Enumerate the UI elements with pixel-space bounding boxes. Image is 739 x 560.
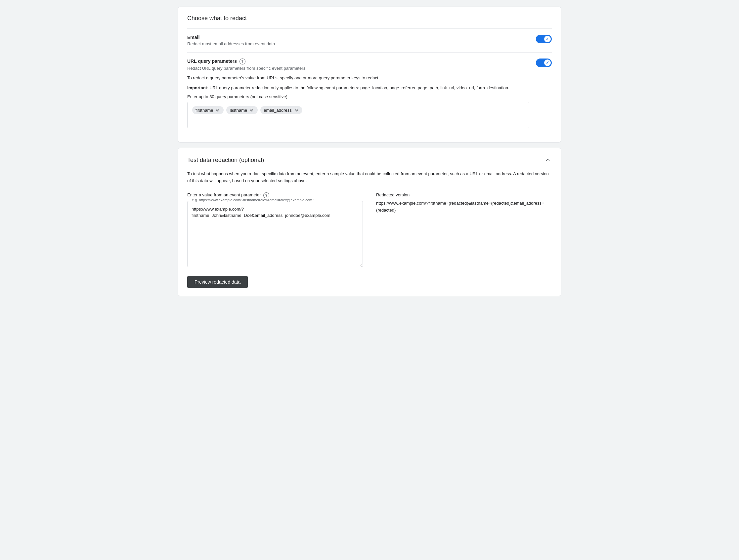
url-important-bold: Important — [187, 85, 207, 90]
url-toggle[interactable]: ✓ — [536, 58, 552, 67]
tag-email-address-label: email_address — [264, 108, 292, 113]
url-toggle-wrapper: ✓ — [529, 58, 552, 67]
url-section-left: URL query parameters ? Redact URL query … — [187, 58, 529, 128]
url-label-text: URL query parameters — [187, 58, 237, 64]
test-description: To test what happens when you redact spe… — [187, 171, 552, 184]
page-container: Choose what to redact Email Redact most … — [178, 7, 561, 296]
test-columns: Enter a value from an event parameter ? … — [187, 192, 552, 268]
email-description: Redact most email addresses from event d… — [187, 41, 529, 46]
url-important-text: Important: URL query parameter redaction… — [187, 84, 529, 91]
url-description: Redact URL query parameters from specifi… — [187, 66, 529, 71]
tag-lastname-close[interactable]: ⊗ — [249, 108, 254, 113]
url-toggle-check: ✓ — [546, 60, 549, 65]
input-column-label: Enter a value from an event parameter ? — [187, 192, 363, 198]
tag-lastname-label: lastname — [230, 108, 247, 113]
test-redaction-card: Test data redaction (optional) To test w… — [178, 148, 561, 296]
tag-email-address-close[interactable]: ⊗ — [294, 108, 299, 113]
email-toggle-check: ✓ — [546, 37, 549, 41]
query-label: Enter up to 30 query parameters (not cas… — [187, 94, 529, 99]
card2-title: Test data redaction (optional) — [187, 157, 264, 164]
url-important-detail: : URL query parameter redaction only app… — [207, 85, 509, 90]
url-info-text: To redact a query parameter's value from… — [187, 75, 529, 81]
field-placeholder-label: e.g. https://www.example.com/?firstname=… — [190, 198, 316, 202]
email-toggle-track: ✓ — [536, 35, 552, 43]
email-toggle[interactable]: ✓ — [536, 35, 552, 43]
input-label-text: Enter a value from an event parameter — [187, 192, 261, 197]
email-toggle-wrapper: ✓ — [529, 35, 552, 43]
input-column: Enter a value from an event parameter ? … — [187, 192, 363, 268]
preview-redacted-button[interactable]: Preview redacted data — [187, 276, 248, 288]
url-label: URL query parameters ? — [187, 58, 529, 64]
tag-firstname: firstname ⊗ — [192, 106, 224, 114]
tag-lastname: lastname ⊗ — [226, 106, 258, 114]
tag-email-address: email_address ⊗ — [260, 106, 302, 114]
url-section-body: To redact a query parameter's value from… — [187, 75, 529, 128]
card1-title: Choose what to redact — [187, 15, 552, 22]
tag-firstname-close[interactable]: ⊗ — [215, 108, 220, 113]
email-section-left: Email Redact most email addresses from e… — [187, 35, 529, 46]
redacted-value: https://www.example.com/?firstname=(reda… — [376, 200, 552, 214]
url-help-icon[interactable]: ? — [240, 58, 246, 64]
input-help-icon[interactable]: ? — [263, 192, 269, 198]
email-section: Email Redact most email addresses from e… — [187, 28, 552, 52]
preview-button-label: Preview redacted data — [194, 279, 241, 285]
collapse-icon[interactable] — [544, 156, 552, 164]
url-toggle-thumb: ✓ — [544, 59, 551, 66]
tags-input[interactable]: firstname ⊗ lastname ⊗ email_address ⊗ — [187, 102, 529, 128]
input-field-wrapper: e.g. https://www.example.com/?firstname=… — [187, 201, 363, 268]
email-label: Email — [187, 35, 529, 40]
card2-header: Test data redaction (optional) — [187, 156, 552, 164]
url-toggle-track: ✓ — [536, 58, 552, 67]
tag-firstname-label: firstname — [195, 108, 213, 113]
redact-card: Choose what to redact Email Redact most … — [178, 7, 561, 143]
event-value-textarea[interactable]: https://www.example.com/? firstname=John… — [187, 201, 363, 267]
redacted-version-label: Redacted version — [376, 192, 552, 197]
url-section: URL query parameters ? Redact URL query … — [187, 52, 552, 134]
email-toggle-thumb: ✓ — [544, 36, 551, 42]
redacted-column: Redacted version https://www.example.com… — [376, 192, 552, 268]
